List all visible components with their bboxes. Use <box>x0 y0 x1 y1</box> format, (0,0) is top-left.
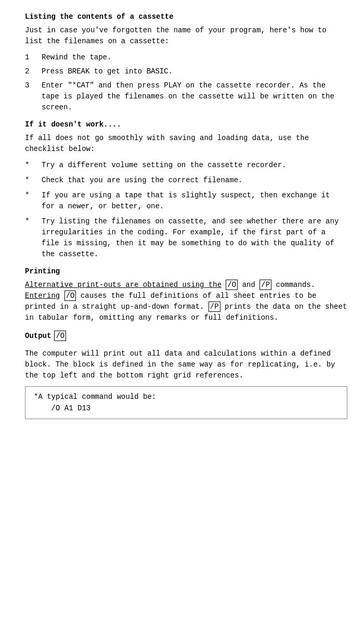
troubleshoot-intro: If all does not go smoothly with saving … <box>25 133 347 155</box>
step-number-1: 1 <box>25 52 42 63</box>
output-section: Output /O The computer will print out al… <box>25 331 347 419</box>
printing-entering-underline: Entering <box>25 292 60 300</box>
bullet-symbol-4: * <box>25 216 42 260</box>
printing-cmd-p2: /P <box>209 301 220 312</box>
code-command: /O A1 D13 <box>51 404 91 412</box>
page-content: Listing the contents of a cassette Just … <box>0 0 364 630</box>
cassette-intro: Just in case you've forgotten the name o… <box>25 25 347 47</box>
cassette-steps-list: 1 Rewind the tape. 2 Press BREAK to get … <box>25 52 347 113</box>
printing-cmd-o2: /O <box>64 291 76 301</box>
printing-cmd-o1: /O <box>226 280 238 290</box>
bullet-text-1: Try a different volume setting on the ca… <box>42 160 347 171</box>
cassette-section: Listing the contents of a cassette Just … <box>25 12 347 113</box>
printing-cmd-p1: /P <box>259 280 271 290</box>
bullet-symbol-2: * <box>25 175 42 186</box>
printing-section: Printing Alternative print-outs are obta… <box>25 267 347 323</box>
cassette-title: Listing the contents of a cassette <box>25 12 347 21</box>
output-label: Output <box>25 332 51 340</box>
bullet-symbol-3: * <box>25 190 42 212</box>
bullet-item-2: * Check that you are using the correct f… <box>25 175 347 186</box>
bullet-item-1: * Try a different volume setting on the … <box>25 160 347 171</box>
step-number-2: 2 <box>25 66 42 77</box>
bullet-text-2: Check that you are using the correct fil… <box>42 175 347 186</box>
step-text-2: Press BREAK to get into BASIC. <box>42 66 347 77</box>
step-text-1: Rewind the tape. <box>42 52 347 63</box>
cassette-step-1: 1 Rewind the tape. <box>25 52 347 63</box>
bullet-item-3: * If you are using a tape that is slight… <box>25 190 347 212</box>
printing-intro-underline: Alternative print-outs are obtained usin… <box>25 281 222 289</box>
output-para: The computer will print out all data and… <box>25 348 347 381</box>
bullet-symbol-1: * <box>25 160 42 171</box>
step-text-3: Enter "*CAT" and then press PLAY on the … <box>42 80 347 113</box>
bullet-text-3: If you are using a tape that is slightly… <box>42 190 347 212</box>
code-line-1: *A typical command would be: <box>34 391 339 402</box>
printing-title: Printing <box>25 267 347 275</box>
output-heading: Output /O <box>25 331 347 344</box>
bullet-text-4: Try listing the filenames on cassette, a… <box>42 216 347 260</box>
printing-commands-text: commands. <box>276 281 316 289</box>
troubleshoot-bullets: * Try a different volume setting on the … <box>25 160 347 260</box>
code-line-2: /O A1 D13 <box>34 402 339 414</box>
troubleshoot-title: If it doesn't work.... <box>25 120 347 129</box>
code-block: *A typical command would be: /O A1 D13 <box>25 386 347 419</box>
cassette-step-2: 2 Press BREAK to get into BASIC. <box>25 66 347 77</box>
output-cmd: /O <box>54 331 66 341</box>
troubleshoot-section: If it doesn't work.... If all does not g… <box>25 120 347 260</box>
printing-and: and <box>242 281 260 289</box>
cassette-step-3: 3 Enter "*CAT" and then press PLAY on th… <box>25 80 347 113</box>
bullet-item-4: * Try listing the filenames on cassette,… <box>25 216 347 260</box>
step-number-3: 3 <box>25 80 42 113</box>
printing-paragraph: Alternative print-outs are obtained usin… <box>25 280 347 323</box>
